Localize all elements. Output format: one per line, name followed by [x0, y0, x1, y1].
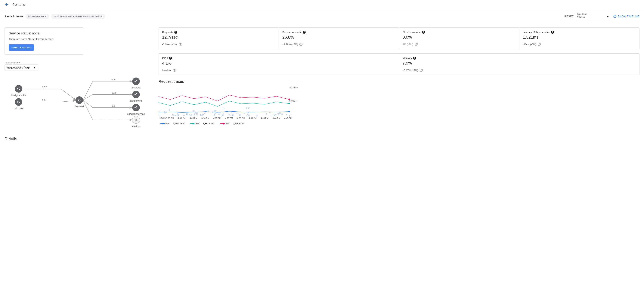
metric-label: CPU — [162, 57, 168, 60]
help-icon[interactable]: ? — [415, 43, 418, 46]
metric-label: Memory — [402, 57, 412, 60]
metric-delta: -0.1/sec (-1%) — [162, 43, 178, 46]
svg-text:4:20 PM: 4:20 PM — [225, 117, 233, 119]
chart-legend: 50%: 1,295.36ms 95%: 3,888.53ms 99%: 6,1… — [158, 122, 640, 125]
node-frontend[interactable]: frontend — [75, 96, 84, 108]
timespan-label: Time Span — [577, 13, 610, 15]
svg-text:5,000ms: 5,000ms — [289, 100, 297, 102]
dropdown-arrow-icon: ▼ — [33, 66, 36, 69]
help-icon[interactable]: ? — [300, 43, 302, 46]
legend-value: 3,888.53ms — [203, 122, 215, 125]
metric-requests[interactable]: Requests? 12.7/sec -0.1/sec (-1%)? — [159, 28, 279, 49]
svg-point-62 — [169, 109, 170, 111]
svg-text:4:25 PM: 4:25 PM — [237, 117, 245, 119]
svg-point-5 — [15, 85, 22, 93]
node-checkoutservice[interactable]: checkoutservice — [127, 104, 145, 115]
svg-point-73 — [266, 113, 267, 115]
show-timeline-label: SHOW TIMELINE — [618, 15, 640, 18]
svg-point-98 — [228, 113, 229, 114]
svg-point-94 — [189, 115, 190, 116]
timespan-select[interactable]: Time Span 1 hour ▼ — [577, 13, 610, 20]
help-icon[interactable]: ? — [174, 31, 177, 34]
metric-label: Client error rate — [402, 31, 421, 34]
svg-point-74 — [278, 113, 279, 115]
legend-label: 50%: — [165, 122, 170, 125]
svg-point-13 — [132, 91, 140, 98]
timespan-value: 1 hour — [577, 15, 610, 20]
svg-text:unknown: unknown — [14, 107, 24, 110]
help-icon[interactable]: ? — [169, 57, 172, 60]
svg-point-38 — [288, 103, 290, 104]
topology-metric-select[interactable]: Requests/sec (avg) ▼ — [4, 64, 38, 71]
svg-point-79 — [231, 113, 232, 114]
svg-text:frontend: frontend — [75, 105, 84, 108]
svg-text:checkoutservice: checkoutservice — [127, 112, 145, 115]
metric-delta: -68ms (-5%) — [523, 43, 536, 46]
reset-button[interactable]: RESET — [564, 15, 574, 18]
svg-point-57 — [214, 110, 216, 112]
svg-point-82 — [208, 110, 209, 111]
metric-memory[interactable]: Memory? 7.9% +0.17% (+2%)? — [399, 54, 640, 75]
back-arrow-icon[interactable] — [4, 2, 9, 7]
svg-point-95 — [214, 115, 216, 116]
node-more-services[interactable]: +5services — [132, 116, 140, 127]
svg-text:4:00 PM: 4:00 PM — [178, 117, 186, 119]
legend-value: 6,179.84ms — [233, 122, 245, 125]
help-icon[interactable]: ? — [551, 31, 554, 34]
metric-value: 7.9% — [402, 61, 636, 66]
node-unknown[interactable]: unknown — [14, 98, 24, 110]
create-slo-button[interactable]: CREATE AN SLO — [9, 44, 34, 51]
node-cartservice[interactable]: cartservice — [130, 91, 142, 102]
legend-label: 99%: — [225, 122, 230, 125]
legend-label: 95%: — [195, 122, 200, 125]
help-icon[interactable]: ? — [179, 43, 182, 46]
svg-text:+5: +5 — [134, 118, 138, 121]
alerts-chip: No service alerts — [26, 14, 49, 19]
edge-label: 5.3 — [112, 78, 115, 81]
svg-text:loadgenerator: loadgenerator — [11, 94, 26, 96]
metric-cpu[interactable]: CPU? 4.1% 0% (0%)? — [159, 54, 399, 75]
metric-latency-p50[interactable]: Latency 50th percentile? 1,321ms -68ms (… — [519, 28, 639, 49]
legend-value: 1,295.36ms — [173, 122, 185, 125]
node-adservice[interactable]: adservice — [131, 78, 141, 89]
help-icon[interactable]: ? — [413, 57, 416, 60]
svg-text:4:10 PM: 4:10 PM — [202, 117, 209, 119]
svg-point-70 — [187, 115, 188, 116]
help-icon[interactable]: ? — [303, 31, 306, 34]
topology-graph: 12.7 0.0 5.3 10.6 0.5 loadgenerator unkn… — [4, 74, 147, 128]
svg-point-68 — [237, 113, 238, 114]
svg-point-7 — [15, 98, 22, 106]
svg-point-107 — [229, 115, 230, 116]
metric-delta: +1.28% (+5%) — [282, 43, 298, 46]
metric-value: 26.8% — [282, 35, 396, 40]
help-icon[interactable]: ? — [422, 31, 425, 34]
show-timeline-button[interactable]: SHOW TIMELINE — [613, 15, 640, 18]
svg-point-11 — [132, 78, 140, 85]
help-icon[interactable]: ? — [538, 43, 541, 46]
status-title: Service status: none — [9, 31, 79, 35]
metric-delta: +0.17% (+2%) — [402, 69, 418, 72]
details-heading: Details — [4, 136, 151, 141]
metric-value: 1,321ms — [523, 35, 636, 40]
metric-server-error-rate[interactable]: Server error rate? 26.8% +1.28% (+5%)? — [279, 28, 399, 49]
svg-text:0: 0 — [289, 115, 290, 117]
status-desc: There are no SLOs set for this service. — [9, 38, 79, 41]
svg-point-86 — [248, 114, 249, 115]
svg-text:4:45 PM: 4:45 PM — [284, 117, 292, 119]
svg-point-85 — [223, 108, 224, 109]
request-traces-chart[interactable]: 10,000ms 5,000ms 0 UTC-8 3:55 PM4:00 PM4… — [158, 86, 298, 120]
metric-label: Latency 50th percentile — [523, 31, 550, 34]
help-icon[interactable]: ? — [420, 69, 423, 72]
metric-client-error-rate[interactable]: Client error rate? 0.0% 0% (+1%)? — [399, 28, 520, 49]
help-icon[interactable]: ? — [173, 69, 176, 72]
svg-point-44 — [248, 107, 250, 108]
metric-delta: 0% (0%) — [162, 69, 172, 72]
edge-label: 0.5 — [112, 104, 115, 107]
metric-value: 12.7/sec — [162, 35, 276, 40]
svg-text:services: services — [132, 125, 140, 127]
alerts-timeline-label: Alerts timeline — [4, 15, 23, 18]
edge-label: 12.7 — [42, 86, 47, 88]
svg-text:4:30 PM: 4:30 PM — [249, 117, 256, 119]
node-loadgenerator[interactable]: loadgenerator — [11, 85, 26, 96]
svg-text:4:40 PM: 4:40 PM — [272, 117, 280, 119]
